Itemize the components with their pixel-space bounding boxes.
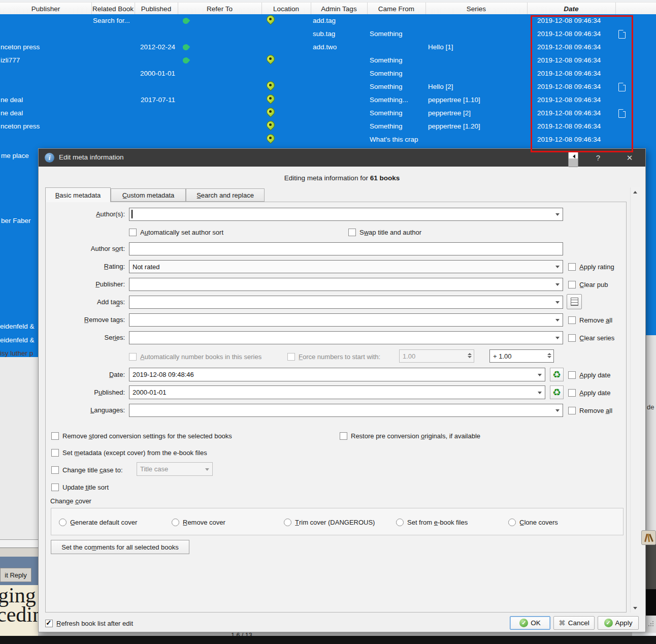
column-header-related-book[interactable]: Related Book (91, 3, 135, 15)
screen: Publisher Related Book Published Refer T… (0, 0, 656, 644)
spinner-value: 1.00 (400, 352, 466, 360)
checkbox-box (568, 263, 576, 271)
overflow-row-text: ber Faber (1, 214, 31, 228)
edit-meta-dialog: i Edit meta information ? ✕ Editing meta… (38, 148, 646, 632)
location-pin-icon (267, 55, 274, 66)
resize-grip[interactable] (648, 621, 654, 627)
reset-date-button[interactable]: ♻ (550, 368, 564, 381)
chevron-down-icon[interactable] (552, 404, 563, 416)
apply-button[interactable]: ✓ Apply (598, 616, 639, 630)
column-header-location[interactable]: Location (261, 3, 311, 15)
publisher-input[interactable] (129, 278, 563, 291)
add-tags-input[interactable] (129, 296, 563, 309)
rating-select[interactable]: Not rated (129, 260, 563, 273)
column-header-published[interactable]: Published (135, 3, 178, 15)
author-sort-input[interactable] (129, 242, 563, 255)
remove-conversion-settings-checkbox[interactable]: Remove s̲tored conversion settings for t… (51, 432, 232, 440)
set-comments-button[interactable]: Set the com̲ments for all selected books (51, 540, 189, 554)
series-increment-spinner[interactable]: + 1.00 (489, 349, 554, 363)
authors-input[interactable] (129, 208, 563, 221)
column-header-date[interactable]: Date (527, 3, 616, 15)
radio-label: Set from e̲-book files (407, 519, 468, 526)
chevron-down-icon[interactable] (535, 368, 545, 381)
publisher-cell: nceton press (1, 120, 40, 133)
refresh-book-list-checkbox[interactable]: R̲efresh book list after edit (45, 619, 133, 627)
came-from-cell: Something (370, 27, 403, 41)
location-pin-icon (267, 15, 274, 26)
chevron-down-icon[interactable] (552, 314, 563, 326)
generate-cover-radio[interactable]: G̲enerate default cover (59, 518, 137, 526)
tag-editor-button[interactable] (567, 294, 582, 309)
dialog-scrollbar[interactable] (630, 187, 640, 613)
column-header-publisher[interactable]: Publisher (0, 3, 92, 15)
set-from-ebook-radio[interactable]: Set from e̲-book files (396, 518, 468, 526)
clear-pub-checkbox[interactable]: C̲lear pub (568, 280, 608, 288)
tab-search-and-replace[interactable]: S̲earch and replace (186, 188, 265, 202)
column-header-refer-to[interactable]: Refer To (178, 3, 262, 15)
info-icon: i (45, 153, 54, 163)
cancel-label: Cancel (568, 619, 589, 627)
checkbox-label: A̲pply date (579, 389, 610, 397)
chevron-down-icon[interactable] (535, 386, 545, 399)
spinner-arrows-icon[interactable] (545, 350, 553, 362)
scroll-down-arrow[interactable] (631, 604, 640, 613)
published-cell: 2017-07-11 (135, 93, 175, 107)
checkbox-box (568, 371, 576, 379)
chevron-down-icon[interactable] (552, 278, 563, 291)
authors-label: A̲uthor(s): (39, 210, 125, 218)
publisher-cell: ne deal (1, 107, 23, 120)
background-strip (0, 539, 38, 548)
tab-basic-metadata[interactable]: B̲asic metadata (45, 187, 111, 202)
column-header-came-from[interactable]: Came From (367, 3, 426, 15)
clear-series-checkbox[interactable]: C̲lear series (568, 334, 614, 342)
checkbox-box (568, 389, 576, 397)
date-value: 2019-12-08 09:48:46 (129, 371, 535, 378)
leaf-icon (182, 56, 190, 65)
column-header-admin-tags[interactable]: Admin Tags (311, 3, 368, 15)
ok-button[interactable]: ✓ OK (510, 616, 550, 630)
remove-tags-input[interactable] (129, 313, 563, 327)
series-cell: peppertree [1.20] (428, 120, 480, 133)
brush-icon[interactable] (641, 530, 656, 545)
apply-rating-checkbox[interactable]: A̲pply rating (568, 263, 614, 271)
reset-published-button[interactable]: ♻ (550, 385, 564, 399)
radio-circle (172, 519, 179, 526)
published-input[interactable]: 2000-01-01 (129, 385, 545, 399)
date-input[interactable]: 2019-12-08 09:48:46 (129, 368, 545, 381)
overflow-row-text: eidenfeld & (0, 320, 35, 333)
apply-label: Apply (615, 619, 633, 627)
tab-custom-metadata[interactable]: C̲ustom metadata (111, 188, 186, 202)
update-title-sort-checkbox[interactable]: Update t̲itle sort (51, 483, 109, 491)
series-input[interactable] (129, 331, 563, 344)
scroll-up-arrow[interactable] (631, 187, 640, 196)
apply-date-checkbox[interactable]: A̲pply date (568, 371, 610, 379)
checkbox-label: F̲orce numbers to start with: (299, 353, 380, 361)
chevron-down-icon[interactable] (552, 208, 563, 220)
cancel-button[interactable]: ✖ Cancel (553, 616, 595, 630)
set-metadata-checkbox[interactable]: Set m̲etadata (except cover) from the e-… (51, 448, 207, 457)
remove-all-languages-checkbox[interactable]: Remove a̲ll (568, 406, 612, 414)
change-title-case-checkbox[interactable]: Change title c̲ase to: (51, 466, 123, 474)
overflow-row-text: me place (1, 149, 29, 163)
languages-label: L̲anguages: (39, 406, 125, 414)
clone-covers-radio[interactable]: C̲lone covers (508, 518, 558, 526)
chevron-down-icon[interactable] (552, 261, 563, 273)
publisher-label: P̲ublisher: (39, 280, 125, 288)
ok-label: OK (531, 619, 541, 627)
chevron-down-icon[interactable] (552, 296, 563, 308)
chevron-down-icon[interactable] (552, 332, 563, 344)
trim-cover-radio[interactable]: T̲rim cover (DANGEROUS) (284, 518, 375, 526)
apply-published-checkbox[interactable]: A̲pply date (568, 389, 610, 397)
auto-author-sort-checkbox[interactable]: Au̲tomatically set author sort (129, 228, 223, 236)
scrollbar-slider-artifact (568, 151, 578, 167)
checkbox-box (568, 281, 576, 288)
column-header-series[interactable]: Series (425, 3, 528, 15)
restore-originals-checkbox[interactable]: Restore pre conversion o̲riginals, if av… (340, 432, 480, 440)
remove-all-tags-checkbox[interactable]: Remove a̲ll (568, 316, 612, 324)
background-panel (646, 544, 656, 589)
author-sort-label: Author so̲rt: (39, 245, 125, 252)
languages-input[interactable] (129, 404, 563, 417)
remove-cover-radio[interactable]: R̲emove cover (172, 518, 225, 526)
reply-button[interactable]: it Reply (0, 568, 31, 582)
swap-title-author-checkbox[interactable]: Sw̲ap title and author (348, 228, 421, 236)
